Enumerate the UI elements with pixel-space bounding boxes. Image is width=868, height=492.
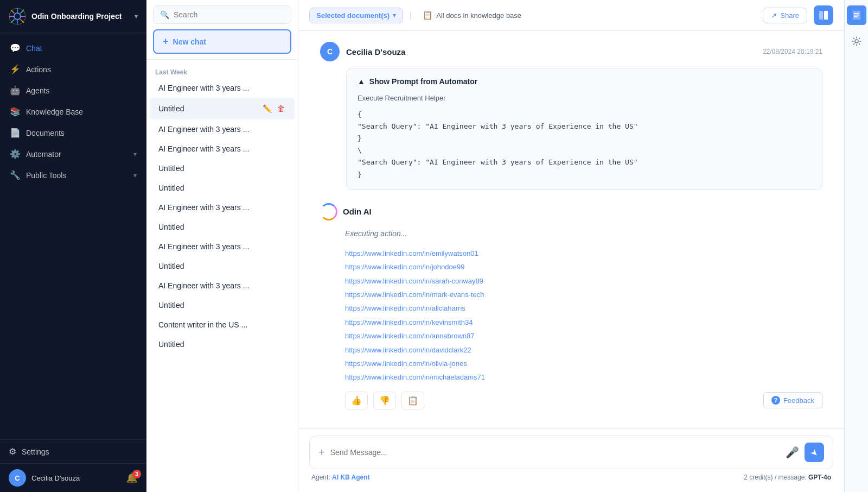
svg-point-1	[14, 13, 21, 20]
chat-list-item[interactable]: AI Engineer with 3 years ...	[150, 119, 295, 139]
thumbs-down-icon: 👎	[379, 395, 390, 406]
sidebar-item-documents[interactable]: 📄 Documents	[0, 122, 146, 143]
linkedin-link[interactable]: https://www.linkedin.com/in/olivia-jones	[345, 357, 822, 370]
message-input[interactable]	[330, 448, 780, 457]
linkedin-link[interactable]: https://www.linkedin.com/in/emilywatson0…	[345, 247, 822, 260]
side-panel-docs-button[interactable]	[847, 5, 866, 25]
add-icon: +	[318, 446, 325, 459]
linkedin-link[interactable]: https://www.linkedin.com/in/kevinsmith34	[345, 316, 822, 329]
chevron-up-icon: ▲	[358, 77, 365, 86]
chat-list-item[interactable]: Untitled	[150, 256, 295, 276]
share-button[interactable]: ↗ Share	[763, 8, 807, 23]
settings-nav-item[interactable]: ⚙ Settings	[9, 446, 49, 457]
thumbs-down-button[interactable]: 👎	[373, 392, 396, 409]
linkedin-link[interactable]: https://www.linkedin.com/in/mark-evans-t…	[345, 288, 822, 301]
plus-icon: +	[163, 36, 169, 47]
thumbs-up-button[interactable]: 👍	[345, 392, 368, 409]
sidebar-item-public-tools[interactable]: 🔧 Public Tools ▾	[0, 165, 146, 186]
chat-item-label: Untitled	[158, 184, 286, 192]
prompt-json-1: { "Search Query": "AI Engineer with 3 ye…	[358, 109, 811, 144]
chat-item-label: AI Engineer with 3 years ...	[158, 281, 286, 290]
documents-icon: 📄	[10, 128, 20, 138]
message-username: Cecilia D'souza	[346, 47, 405, 56]
chat-list-item[interactable]: Content writer in the US ...	[150, 315, 295, 335]
user-name-label: Cecilia D'souza	[31, 474, 80, 482]
chat-input-box: + 🎤 ➤	[309, 436, 833, 469]
chat-list-item[interactable]: Untitled	[150, 159, 295, 178]
sidebar-item-label-automator: Automator	[26, 150, 127, 159]
project-title: Odin Onboarding Project	[31, 12, 122, 21]
chat-list-item[interactable]: AI Engineer with 3 years ...	[150, 276, 295, 295]
feedback-question-icon: ?	[771, 396, 780, 405]
sidebar-item-agents[interactable]: 🤖 Agents	[0, 80, 146, 101]
chat-list-body: Last Week AI Engineer with 3 years ... U…	[146, 60, 298, 492]
linkedin-link[interactable]: https://www.linkedin.com/in/johndoe99	[345, 261, 822, 273]
docs-icon: 📋	[423, 10, 433, 20]
linkedin-link[interactable]: https://www.linkedin.com/in/aliciaharris	[345, 302, 822, 314]
right-side-panel	[844, 0, 868, 492]
chat-messages: C Cecilia D'souza 22/08/2024 20:19:21 ▲ …	[298, 31, 844, 428]
copy-button[interactable]: 📋	[401, 392, 424, 409]
chat-list-item[interactable]: Untitled ✏️ 🗑	[150, 98, 295, 119]
message-header: C Cecilia D'souza 22/08/2024 20:19:21	[320, 42, 822, 61]
chat-toolbar: Selected document(s) ▾ | 📋 All docs in k…	[298, 0, 844, 31]
svg-line-6	[11, 10, 15, 14]
sidebar-item-label-knowledge-base: Knowledge Base	[26, 108, 137, 116]
selected-documents-button[interactable]: Selected document(s) ▾	[309, 8, 403, 23]
linkedin-link[interactable]: https://www.linkedin.com/in/annabrown87	[345, 330, 822, 342]
project-chevron-icon[interactable]: ▾	[135, 12, 138, 20]
panel-icon	[819, 10, 828, 20]
divider: |	[410, 10, 412, 20]
sidebar-item-chat[interactable]: 💬 Chat	[0, 37, 146, 59]
search-bar[interactable]: 🔍	[153, 5, 291, 24]
notification-button[interactable]: 🔔 3	[126, 472, 138, 484]
public-tools-chevron-icon: ▾	[133, 172, 137, 179]
linkedin-link[interactable]: https://www.linkedin.com/in/davidclark22	[345, 344, 822, 356]
all-docs-button[interactable]: 📋 All docs in knowledge base	[418, 7, 526, 23]
prompt-block: ▲ Show Prompt from Automator Execute Rec…	[346, 68, 822, 190]
chat-list-item[interactable]: Untitled	[150, 295, 295, 315]
side-panel-settings-button[interactable]	[847, 31, 866, 51]
settings-panel-icon	[852, 36, 861, 46]
chat-list-item[interactable]: AI Engineer with 3 years ...	[150, 78, 295, 98]
credit-text: 2 credit(s) / message:	[744, 474, 806, 481]
chat-list-item[interactable]: Untitled	[150, 335, 295, 354]
model-name: GPT-4o	[808, 474, 831, 481]
all-docs-label: All docs in knowledge base	[436, 11, 521, 20]
sidebar-item-actions[interactable]: ⚡ Actions	[0, 59, 146, 80]
new-chat-button[interactable]: + New chat	[153, 29, 291, 54]
chat-list-item[interactable]: Untitled	[150, 178, 295, 198]
selected-docs-label: Selected document(s)	[316, 11, 390, 20]
chat-list-item[interactable]: Untitled	[150, 217, 295, 237]
chat-item-label: AI Engineer with 3 years ...	[158, 242, 286, 251]
chat-item-label: Untitled	[158, 262, 286, 270]
search-input[interactable]	[174, 10, 284, 19]
odin-ai-spinner	[320, 203, 337, 220]
sidebar: Odin Onboarding Project ▾ 💬 Chat ⚡ Actio…	[0, 0, 146, 492]
linkedin-link[interactable]: https://www.linkedin.com/in/sarah-conway…	[345, 275, 822, 287]
sidebar-item-label-public-tools: Public Tools	[26, 171, 127, 180]
feedback-button[interactable]: ? Feedback	[763, 392, 822, 408]
sidebar-logo[interactable]: Odin Onboarding Project	[9, 8, 122, 25]
chat-list-item[interactable]: AI Engineer with 3 years ...	[150, 139, 295, 159]
sidebar-item-automator[interactable]: ⚙️ Automator ▾	[0, 143, 146, 165]
ai-message-content: Executing action... https://www.linkedin…	[345, 227, 822, 384]
prompt-toggle[interactable]: ▲ Show Prompt from Automator	[358, 77, 811, 86]
feedback-label: Feedback	[783, 396, 814, 405]
microphone-button[interactable]: 🎤	[786, 446, 799, 459]
add-attachment-button[interactable]: +	[318, 446, 325, 459]
main-chat: Selected document(s) ▾ | 📋 All docs in k…	[298, 0, 844, 492]
sidebar-item-knowledge-base[interactable]: 📚 Knowledge Base	[0, 101, 146, 122]
send-button[interactable]: ➤	[805, 443, 824, 462]
odin-logo-icon	[9, 8, 26, 25]
sidebar-nav: 💬 Chat ⚡ Actions 🤖 Agents 📚 Knowledge Ba…	[0, 33, 146, 439]
delete-chat-button[interactable]: 🗑	[276, 103, 286, 114]
agent-name-link[interactable]: AI KB Agent	[332, 474, 370, 481]
edit-chat-button[interactable]: ✏️	[261, 103, 273, 114]
right-panel-toggle-button[interactable]	[814, 5, 833, 25]
prompt-toggle-label: Show Prompt from Automator	[369, 77, 477, 86]
chat-list-item[interactable]: AI Engineer with 3 years ...	[150, 237, 295, 256]
message-actions: 👍 👎 📋 ? Feedback	[345, 392, 822, 409]
linkedin-link[interactable]: https://www.linkedin.com/in/michaeladams…	[345, 371, 822, 383]
chat-list-item[interactable]: AI Engineer with 3 years ...	[150, 198, 295, 217]
